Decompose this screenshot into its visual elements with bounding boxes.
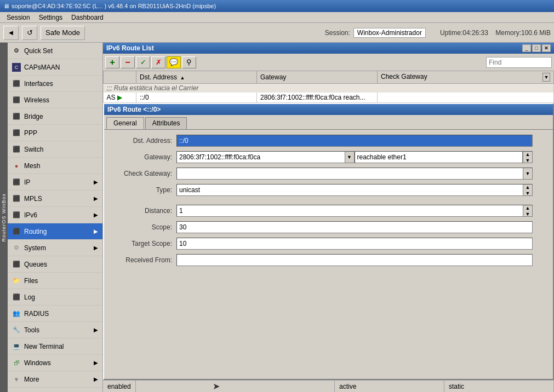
route-dialog: IPv6 Route <::/0> General Attributes Dst…: [103, 103, 554, 380]
menu-dashboard[interactable]: Dashboard: [67, 13, 108, 22]
gateway-input[interactable]: [176, 151, 345, 163]
app-icon: 🖥: [3, 3, 9, 9]
distance-input[interactable]: [176, 205, 523, 217]
sidebar-label-bridge: Bridge: [24, 113, 43, 120]
target-scope-input[interactable]: [176, 238, 533, 250]
add-button[interactable]: +: [105, 56, 119, 68]
comment-button[interactable]: 💬: [167, 56, 181, 68]
title-text: soporte@C4:AD:34:7E:92:5C (L... ) v6.48.…: [12, 3, 216, 9]
row-check-gateway: [378, 93, 554, 102]
status-bar: enabled ➤ active static: [103, 380, 554, 392]
dst-address-label: Dst. Address:: [111, 137, 176, 145]
sidebar-item-mpls[interactable]: ⬛ MPLS ▶: [8, 191, 102, 207]
col-flags[interactable]: [104, 71, 136, 83]
sidebar-label-queues: Queues: [24, 261, 47, 268]
tools-icon: 🔧: [12, 326, 21, 335]
sidebar-label-new-terminal: New Terminal: [24, 343, 64, 350]
type-label: Type:: [111, 186, 176, 194]
gateway-row: Gateway: ▼ ▲ ▼: [111, 151, 546, 164]
radius-icon: 👥: [12, 309, 21, 318]
check-gateway-input[interactable]: [176, 168, 523, 180]
session-value: Winbox-Administrador: [353, 28, 426, 38]
windows-icon: 🗗: [12, 359, 21, 367]
table-toolbar: + − ✓ ✗ 💬 ⚲: [103, 54, 554, 71]
sidebar-item-windows[interactable]: 🗗 Windows ▶: [8, 355, 102, 371]
sidebar-item-radius[interactable]: 👥 RADIUS: [8, 305, 102, 322]
sidebar-item-ip[interactable]: ⬛ IP ▶: [8, 174, 102, 191]
gateway-label: Gateway:: [111, 153, 176, 161]
forward-button[interactable]: ↺: [22, 26, 37, 40]
sidebar-item-bridge[interactable]: ⬛ Bridge: [8, 108, 102, 125]
row-flags: AS ▶: [104, 93, 136, 102]
route-table: Dst. Address ▲ Gateway Check Gateway ▼ ;…: [103, 71, 554, 102]
scope-input[interactable]: [176, 221, 533, 233]
sidebar-item-log[interactable]: ⬛ Log: [8, 289, 102, 305]
sidebar-item-queues[interactable]: ⬛ Queues: [8, 256, 102, 273]
log-icon: ⬛: [12, 293, 21, 302]
sidebar-item-capsman[interactable]: C CAPsMAAN: [8, 59, 102, 76]
check-gateway-dropdown-btn[interactable]: ▼: [523, 168, 533, 180]
sidebar-label-windows: Windows: [24, 359, 51, 367]
ipv6-icon: ⬛: [12, 211, 21, 220]
sidebar-item-wireless[interactable]: ⬛ Wireless: [8, 92, 102, 108]
minimize-button[interactable]: _: [522, 44, 531, 52]
disable-button[interactable]: ✗: [151, 56, 165, 68]
type-input[interactable]: [176, 184, 523, 196]
find-input[interactable]: [486, 57, 552, 68]
col-dst[interactable]: Dst. Address ▲: [136, 71, 257, 83]
sidebar-item-routing[interactable]: ⬛ Routing ▶: [8, 223, 102, 240]
ipv6-arrow: ▶: [94, 212, 98, 218]
interfaces-icon: ⬛: [12, 79, 21, 88]
menu-session[interactable]: Session: [2, 13, 35, 22]
scope-label: Scope:: [111, 223, 176, 231]
safe-mode-button[interactable]: Safe Mode: [41, 26, 85, 40]
received-from-input[interactable]: [176, 254, 533, 266]
windows-arrow: ▶: [94, 360, 98, 366]
remove-button[interactable]: −: [121, 56, 135, 68]
sidebar-item-switch[interactable]: ⬛ Switch: [8, 141, 102, 158]
back-button[interactable]: ◄: [3, 26, 19, 40]
type-updown-btn[interactable]: ▲ ▼: [523, 184, 533, 196]
status-static: static: [444, 381, 554, 392]
sidebar-item-ppp[interactable]: ⬛ PPP: [8, 125, 102, 141]
gateway-updown-btn[interactable]: ▲ ▼: [523, 151, 533, 163]
target-scope-row: Target Scope:: [111, 237, 546, 250]
menu-bar: Session Settings Dashboard: [0, 12, 554, 23]
row-dst: ::/0: [136, 93, 257, 102]
terminal-icon: 💻: [12, 342, 21, 351]
col-check-gateway[interactable]: Check Gateway ▼: [378, 71, 554, 83]
sidebar-item-more[interactable]: ▼ More ▶: [8, 371, 102, 388]
sidebar-item-interfaces[interactable]: ⬛ Interfaces: [8, 76, 102, 92]
gateway-right-input[interactable]: [355, 151, 523, 163]
uptime-info: Uptime:04:26:33 Memory:100.6 MiB: [440, 29, 551, 37]
tab-attributes[interactable]: Attributes: [145, 117, 187, 129]
tab-general[interactable]: General: [106, 117, 144, 129]
wireless-icon: ⬛: [12, 96, 21, 105]
sidebar-item-quick-set[interactable]: ⚙ Quick Set: [8, 43, 102, 59]
type-row: Type: ▲ ▼: [111, 183, 546, 197]
route-list-title-bar: IPv6 Route List _ □ ✕: [103, 43, 554, 54]
sidebar-label-ppp: PPP: [24, 129, 37, 137]
sidebar-item-new-terminal[interactable]: 💻 New Terminal: [8, 338, 102, 355]
close-button[interactable]: ✕: [542, 44, 551, 52]
filter-button[interactable]: ⚲: [182, 56, 196, 68]
sidebar-item-ipv6[interactable]: ⬛ IPv6 ▶: [8, 207, 102, 223]
enable-button[interactable]: ✓: [136, 56, 150, 68]
gateway-dropdown-btn[interactable]: ▼: [345, 151, 355, 163]
table-row[interactable]: AS ▶ ::/0 2806:3f7:1002::ffff:f0ca:f0ca …: [104, 93, 554, 102]
restore-button[interactable]: □: [532, 44, 541, 52]
route-list-window-controls: _ □ ✕: [522, 44, 551, 52]
sidebar-item-files[interactable]: 📁 Files: [8, 273, 102, 289]
sidebar-label-log: Log: [24, 293, 35, 301]
system-arrow: ▶: [94, 245, 98, 251]
distance-updown-btn[interactable]: ▲ ▼: [523, 205, 533, 217]
sidebar-item-tools[interactable]: 🔧 Tools ▶: [8, 322, 102, 338]
menu-settings[interactable]: Settings: [35, 13, 67, 22]
sidebar-item-system[interactable]: ⚙ System ▶: [8, 240, 102, 256]
dst-address-input[interactable]: [176, 135, 533, 147]
check-gateway-dropdown[interactable]: ▼: [542, 73, 550, 82]
col-gateway[interactable]: Gateway: [257, 71, 378, 83]
sidebar-item-mesh[interactable]: ● Mesh: [8, 158, 102, 174]
row-play-icon: ▶: [117, 94, 122, 101]
more-arrow: ▶: [94, 376, 98, 382]
